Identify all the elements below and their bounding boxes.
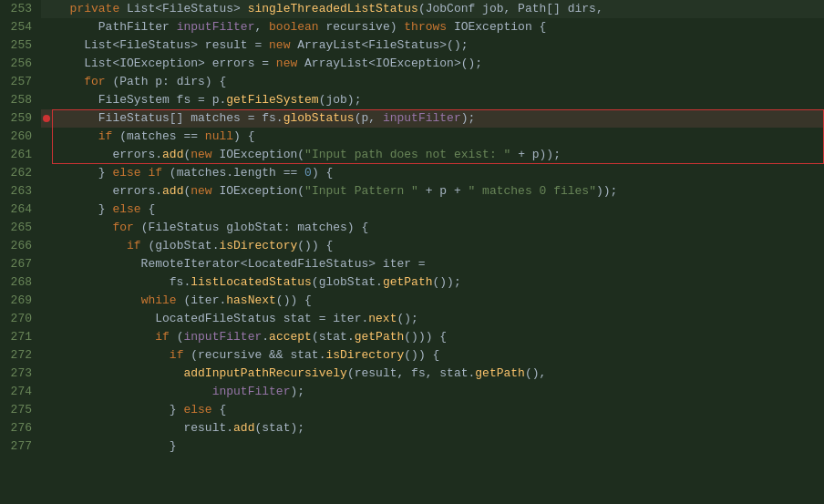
token xyxy=(56,330,155,344)
token: else if xyxy=(112,166,162,180)
code-line-266: 266 if (globStat.isDirectory()) { xyxy=(0,237,824,255)
line-number-269: 269 xyxy=(0,292,41,310)
token: throws xyxy=(404,20,447,34)
token: while xyxy=(141,293,177,307)
token: (Path p: dirs) { xyxy=(106,75,227,88)
line-number-257: 257 xyxy=(0,73,41,91)
token: 0 xyxy=(304,166,312,180)
code-line-273: 273 addInputPathRecursively(result, fs, … xyxy=(0,365,824,383)
line-gutter-253 xyxy=(41,0,52,18)
line-content-274: inputFilter); xyxy=(52,383,824,401)
token xyxy=(56,366,183,380)
line-number-270: 270 xyxy=(0,310,41,328)
token: . xyxy=(262,330,269,344)
token: fs. xyxy=(56,275,191,289)
token: ()); xyxy=(432,275,460,289)
token: if xyxy=(98,129,113,143)
line-gutter-269 xyxy=(41,292,52,310)
line-gutter-267 xyxy=(41,255,52,273)
line-gutter-254 xyxy=(41,18,52,36)
line-number-263: 263 xyxy=(0,182,41,201)
code-line-258: 258 FileSystem fs = p.getFileSystem(job)… xyxy=(0,91,824,109)
token: (recursive && stat. xyxy=(183,348,325,362)
line-gutter-272 xyxy=(41,346,52,365)
line-gutter-277 xyxy=(41,437,52,456)
token: + p)); xyxy=(510,148,561,161)
token: List<IOException> errors = xyxy=(56,57,276,70)
token: if xyxy=(127,239,141,252)
token: ) { xyxy=(233,129,254,143)
token: new xyxy=(191,184,211,198)
line-number-273: 273 xyxy=(0,365,41,383)
token: PathFilter xyxy=(56,20,177,34)
token: new xyxy=(191,148,211,161)
token: FileStatus[] matches = fs. xyxy=(56,111,283,125)
code-line-265: 265 for (FileStatus globStat: matches) { xyxy=(0,219,824,237)
line-number-264: 264 xyxy=(0,201,41,219)
code-line-271: 271 if (inputFilter.accept(stat.getPath(… xyxy=(0,328,824,346)
token: IOException( xyxy=(212,184,304,198)
token: " matches 0 files" xyxy=(469,184,596,198)
token: errors. xyxy=(56,184,162,198)
token: ); xyxy=(290,385,304,398)
line-gutter-276 xyxy=(41,419,52,437)
token: inputFilter xyxy=(212,385,291,398)
line-gutter-261 xyxy=(41,146,52,164)
line-gutter-271 xyxy=(41,328,52,346)
token: errors. xyxy=(56,148,162,161)
token xyxy=(56,75,84,88)
token: (iter. xyxy=(177,293,227,307)
code-line-260: 260 if (matches == null) { xyxy=(0,128,824,146)
token: ArrayList<FileStatus>(); xyxy=(290,38,468,52)
line-number-272: 272 xyxy=(0,346,41,365)
token: listLocatedStatus xyxy=(191,275,312,289)
code-line-268: 268 fs.listLocatedStatus(globStat.getPat… xyxy=(0,273,824,292)
token xyxy=(56,348,170,362)
token: LocatedFileStatus stat = iter. xyxy=(56,312,368,325)
token: ())) { xyxy=(404,330,447,344)
token: (JobConf job, Path[] dirs, xyxy=(418,2,603,15)
token: new xyxy=(269,38,290,52)
token: ()) { xyxy=(404,348,439,362)
token: (); xyxy=(397,312,417,325)
token: boolean xyxy=(269,20,319,34)
line-content-260: if (matches == null) { xyxy=(52,128,824,146)
line-content-257: for (Path p: dirs) { xyxy=(52,73,824,91)
token: new xyxy=(276,57,297,70)
line-number-268: 268 xyxy=(0,273,41,292)
token: List<FileStatus> xyxy=(119,2,247,15)
token: add xyxy=(162,148,183,161)
token: for xyxy=(112,221,133,234)
line-content-275: } else { xyxy=(52,401,824,419)
token: } xyxy=(56,166,112,180)
line-number-258: 258 xyxy=(0,91,41,109)
line-number-274: 274 xyxy=(0,383,41,401)
token: (matches == xyxy=(112,129,204,143)
line-number-267: 267 xyxy=(0,255,41,273)
token: hasNext xyxy=(226,293,276,307)
token: RemoteIterator<LocatedFileStatus> iter = xyxy=(56,257,426,271)
token: add xyxy=(162,184,183,198)
token: (result, fs, stat. xyxy=(347,366,475,380)
line-number-256: 256 xyxy=(0,55,41,73)
code-line-267: 267 RemoteIterator<LocatedFileStatus> it… xyxy=(0,255,824,273)
line-content-266: if (globStat.isDirectory()) { xyxy=(52,237,824,255)
token: next xyxy=(368,312,397,325)
token: { xyxy=(212,403,227,417)
line-gutter-257 xyxy=(41,73,52,91)
line-gutter-265 xyxy=(41,219,52,237)
token: if xyxy=(170,348,184,362)
token: (stat. xyxy=(312,330,355,344)
line-content-267: RemoteIterator<LocatedFileStatus> iter = xyxy=(52,255,824,273)
code-line-254: 254 PathFilter inputFilter, boolean recu… xyxy=(0,18,824,36)
line-gutter-274 xyxy=(41,383,52,401)
line-content-264: } else { xyxy=(52,201,824,219)
token: (globStat. xyxy=(141,239,220,252)
code-line-261: 261 errors.add(new IOException("Input pa… xyxy=(0,146,824,164)
line-number-253: 253 xyxy=(0,0,41,18)
line-gutter-270 xyxy=(41,310,52,328)
line-gutter-264 xyxy=(41,201,52,219)
token: recursive) xyxy=(319,20,405,34)
line-content-265: for (FileStatus globStat: matches) { xyxy=(52,219,824,237)
line-number-265: 265 xyxy=(0,219,41,237)
